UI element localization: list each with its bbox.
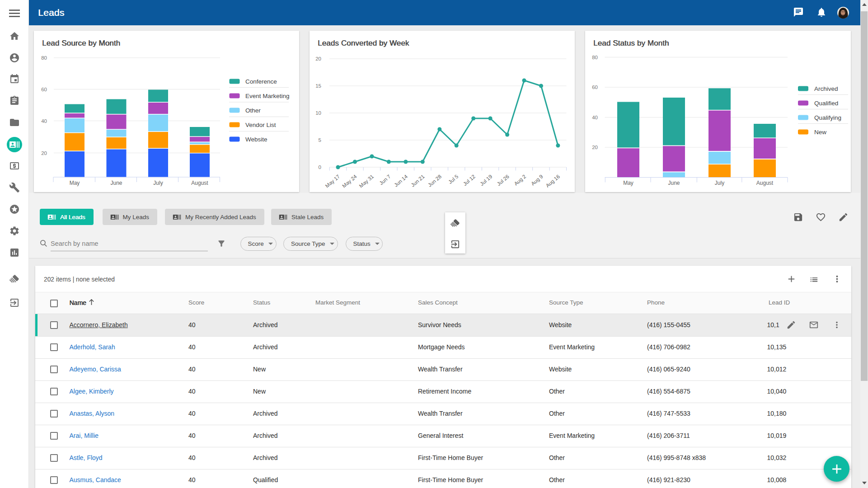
svg-text:20: 20	[41, 150, 47, 156]
svg-text:Jul 5: Jul 5	[447, 174, 459, 185]
svg-text:Jul 26: Jul 26	[496, 174, 510, 187]
svg-text:May: May	[623, 180, 633, 186]
svg-text:Website: Website	[245, 136, 267, 143]
svg-text:40: 40	[41, 118, 47, 124]
svg-text:80: 80	[592, 55, 598, 60]
svg-text:May: May	[70, 180, 80, 186]
svg-text:Archived: Archived	[814, 85, 838, 92]
svg-text:0: 0	[319, 164, 321, 170]
svg-text:Jul 19: Jul 19	[479, 174, 493, 187]
svg-text:August: August	[191, 180, 208, 186]
svg-text:60: 60	[592, 84, 598, 90]
svg-text:Jun 7: Jun 7	[378, 174, 391, 186]
svg-text:Aug 2: Aug 2	[513, 174, 527, 187]
svg-text:Other: Other	[245, 107, 261, 114]
svg-text:Aug 9: Aug 9	[530, 174, 544, 187]
svg-text:May 24: May 24	[341, 174, 358, 189]
svg-text:July: July	[153, 180, 163, 186]
svg-text:Jun 21: Jun 21	[410, 174, 425, 188]
svg-text:August: August	[756, 180, 774, 186]
svg-text:20: 20	[315, 56, 321, 61]
svg-text:New: New	[814, 129, 826, 136]
svg-text:5: 5	[319, 137, 321, 143]
svg-text:Qualifying: Qualifying	[814, 114, 841, 121]
svg-text:80: 80	[41, 55, 47, 61]
svg-text:Vendor List: Vendor List	[245, 122, 276, 128]
svg-text:Event Marketing: Event Marketing	[245, 93, 290, 99]
svg-text:Conference: Conference	[245, 78, 277, 85]
svg-text:15: 15	[315, 83, 321, 89]
svg-text:60: 60	[41, 87, 47, 92]
svg-text:Jun 28: Jun 28	[427, 174, 442, 188]
svg-text:June: June	[110, 180, 122, 186]
svg-text:10: 10	[315, 110, 321, 116]
svg-text:20: 20	[592, 145, 598, 150]
svg-text:Jun 14: Jun 14	[393, 174, 409, 188]
svg-text:40: 40	[592, 115, 598, 120]
svg-text:Jul 12: Jul 12	[462, 174, 476, 187]
svg-text:May 31: May 31	[358, 174, 375, 188]
svg-text:June: June	[668, 180, 680, 186]
svg-text:Aug 16: Aug 16	[545, 174, 561, 188]
svg-text:July: July	[715, 180, 724, 186]
svg-text:May 17: May 17	[324, 174, 341, 188]
svg-text:Qualified: Qualified	[814, 100, 838, 107]
